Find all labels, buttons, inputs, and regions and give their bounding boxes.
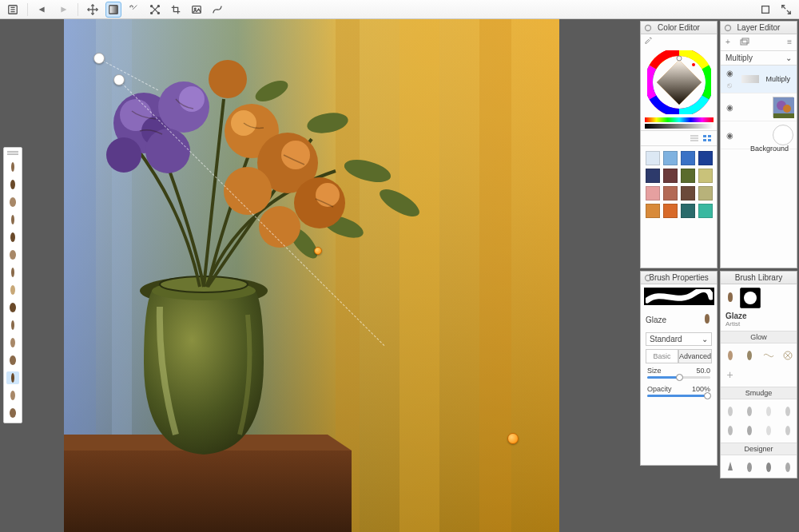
list-view-icon[interactable] — [690, 134, 699, 142]
color-swatch[interactable] — [698, 169, 713, 183]
brush-item[interactable] — [722, 347, 738, 363]
brush-dock-item[interactable] — [6, 354, 19, 367]
fullscreen-button[interactable] — [778, 2, 794, 18]
visibility-icon[interactable]: ◉ — [724, 103, 735, 112]
color-swatch[interactable] — [681, 151, 695, 165]
color-swatch[interactable] — [663, 169, 678, 183]
canvas[interactable] — [64, 19, 559, 532]
layer-row-background[interactable]: ◉ Background — [721, 121, 797, 149]
color-swatch[interactable] — [663, 151, 678, 165]
transform-tool[interactable] — [147, 2, 163, 18]
brush-item[interactable] — [722, 459, 738, 475]
color-swatch[interactable] — [646, 169, 660, 183]
brush-properties-header[interactable]: Brush Properties — [641, 272, 717, 284]
visibility-icon[interactable]: ◉ — [724, 131, 735, 140]
brush-item[interactable] — [761, 459, 777, 475]
brush-item[interactable] — [761, 403, 777, 419]
tab-advanced[interactable]: Advanced — [678, 349, 712, 363]
brush-item[interactable] — [780, 347, 796, 363]
brush-dock-item[interactable] — [6, 248, 19, 261]
brush-dock-item[interactable] — [6, 178, 19, 191]
brush-properties-title: Brush Properties — [649, 273, 708, 282]
opacity-slider[interactable] — [647, 395, 710, 397]
brush-dock-item[interactable] — [6, 266, 19, 279]
brush-properties-panel: Brush Properties Glaze Standard ⌄ Basic … — [640, 271, 718, 466]
gradient-handle-color[interactable] — [314, 247, 322, 255]
layer-thumbnail — [773, 97, 793, 117]
eyedropper-icon[interactable] — [641, 34, 717, 47]
brush-dock-item[interactable] — [6, 336, 19, 349]
brush-item[interactable] — [741, 347, 757, 363]
brush-dock-item[interactable] — [6, 284, 19, 296]
opacity-slider[interactable] — [741, 75, 759, 83]
layer-row-multiply[interactable]: ◉ ⎋ Multiply — [721, 66, 797, 93]
color-swatch[interactable] — [681, 186, 695, 200]
brush-dock-item[interactable] — [6, 213, 19, 226]
blend-mode-dropdown[interactable]: Multiply ⌄ — [721, 51, 797, 66]
window-mode-button[interactable] — [757, 2, 773, 18]
spectrum-slider[interactable] — [645, 117, 714, 122]
color-swatch[interactable] — [698, 186, 713, 200]
brush-item[interactable] — [722, 423, 738, 439]
color-swatch[interactable] — [646, 204, 660, 218]
brush-dock-item[interactable] — [6, 231, 19, 244]
brush-item[interactable] — [761, 423, 777, 439]
brush-library-header[interactable]: Brush Library — [721, 272, 797, 284]
brush-item[interactable] — [741, 459, 757, 475]
add-layer-icon[interactable]: + — [725, 38, 730, 47]
layer-row-painting[interactable]: ◉ — [721, 93, 797, 121]
layer-editor-header[interactable]: Layer Editor — [721, 22, 797, 34]
menu-button[interactable] — [5, 2, 21, 18]
brush-dock-item[interactable] — [6, 161, 19, 173]
color-swatch[interactable] — [663, 186, 678, 200]
curve-tool[interactable] — [209, 2, 225, 18]
crop-tool[interactable] — [168, 2, 184, 18]
brush-item[interactable] — [780, 459, 796, 475]
section-smudge[interactable]: Smudge — [721, 387, 797, 399]
brush-item[interactable] — [722, 403, 738, 419]
size-slider[interactable] — [647, 376, 710, 379]
brush-item[interactable] — [741, 423, 757, 439]
dock-handle-icon[interactable] — [7, 151, 18, 156]
gradient-tool[interactable] — [105, 2, 121, 18]
color-editor-header[interactable]: Color Editor — [641, 22, 717, 34]
brush-dock-item[interactable] — [6, 196, 19, 208]
brush-item[interactable] — [780, 403, 796, 419]
move-tool[interactable] — [85, 2, 101, 18]
color-swatch[interactable] — [646, 151, 660, 165]
color-swatch[interactable] — [681, 169, 695, 183]
visibility-icon[interactable]: ◉ — [724, 69, 735, 77]
section-glow[interactable]: Glow — [721, 331, 797, 343]
add-brush-icon[interactable]: + — [722, 367, 738, 383]
brush-dock-item[interactable] — [6, 389, 19, 402]
section-designer[interactable]: Designer — [721, 443, 797, 455]
undo-button[interactable] — [34, 2, 50, 18]
color-wheel[interactable] — [647, 50, 711, 114]
color-swatch[interactable] — [681, 204, 695, 218]
brush-dock-item[interactable] — [6, 407, 19, 419]
grayscale-slider[interactable] — [645, 124, 714, 129]
brush-item[interactable] — [741, 403, 757, 419]
color-swatch[interactable] — [698, 151, 713, 165]
brush-item[interactable] — [780, 423, 796, 439]
magic-wand-tool[interactable] — [126, 2, 142, 18]
brush-item[interactable] — [761, 347, 777, 363]
brush-dock-item[interactable] — [6, 301, 19, 314]
gradient-handle-end[interactable] — [507, 433, 519, 444]
brush-preset-dropdown[interactable]: Standard ⌄ — [646, 332, 712, 346]
image-tool[interactable] — [189, 2, 205, 18]
layer-menu-icon[interactable]: ≡ — [787, 38, 792, 47]
color-swatch[interactable] — [663, 204, 678, 218]
gradient-handle-mid[interactable] — [113, 74, 125, 85]
brush-dock-item[interactable] — [6, 371, 19, 384]
layers-icon[interactable] — [740, 38, 749, 47]
brush-dock-item[interactable] — [6, 319, 19, 332]
color-swatch[interactable] — [646, 186, 660, 200]
tab-basic[interactable]: Basic — [646, 349, 678, 363]
gradient-handle-start[interactable] — [93, 53, 105, 64]
grid-view-icon[interactable] — [702, 134, 712, 142]
lock-icon[interactable]: ⎋ — [724, 81, 735, 89]
size-value[interactable]: 50.0 — [696, 367, 710, 375]
redo-button[interactable] — [55, 2, 71, 18]
color-swatch[interactable] — [698, 204, 713, 218]
